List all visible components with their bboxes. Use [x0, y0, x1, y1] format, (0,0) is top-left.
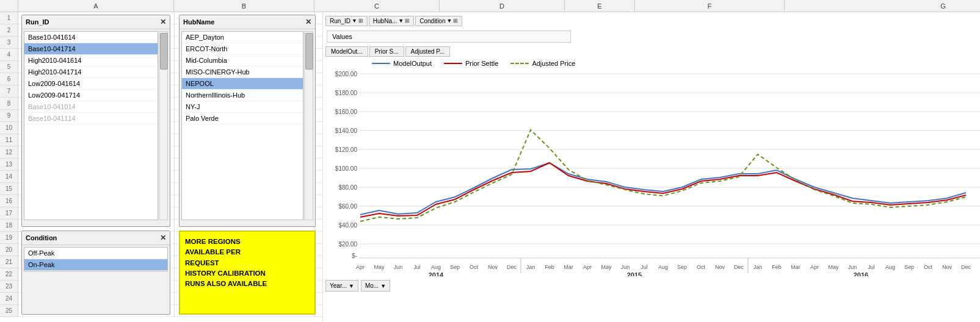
- svg-text:Jul: Jul: [868, 264, 875, 270]
- svg-text:Nov: Nov: [715, 264, 725, 270]
- run-id-panel-header: Run_ID ✕: [22, 15, 170, 29]
- col-header-D[interactable]: D: [440, 0, 565, 12]
- hubname-filter-btn[interactable]: HubNa... ▼ ⊞: [369, 16, 414, 26]
- svg-text:Aug: Aug: [431, 264, 441, 270]
- svg-text:2015: 2015: [627, 271, 642, 276]
- svg-text:Nov: Nov: [488, 264, 498, 270]
- run-id-item-7[interactable]: Base10-041114: [24, 113, 158, 124]
- row-num-9: 9: [0, 110, 18, 122]
- hubname-item-3[interactable]: MISO-CINERGY-Hub: [182, 66, 303, 78]
- condition-filter-btn[interactable]: Condition ▼ ⊞: [415, 16, 462, 26]
- hubname-close-icon[interactable]: ✕: [305, 18, 311, 26]
- hubname-list: AEP_Dayton ERCOT-North Mid-Columbia MISO…: [181, 31, 303, 220]
- svg-text:Jul: Jul: [641, 264, 648, 270]
- row-num-24: 24: [0, 293, 18, 305]
- svg-text:$180.00: $180.00: [335, 90, 358, 96]
- run-id-item-6[interactable]: Base10-041014: [24, 101, 158, 113]
- filter-row: Run_ID ▼ ⊞ HubNa... ▼ ⊞ Condition ▼ ⊞: [323, 12, 980, 29]
- main-area: 1 2 3 4 5 6 7 8 9 10 11 12 13 14 15 16 1…: [0, 12, 980, 322]
- run-id-scrollbar-thumb[interactable]: [160, 33, 168, 70]
- legend-prior-settle: Prior Settle: [444, 60, 498, 67]
- condition-item-0[interactable]: Off-Peak: [24, 248, 167, 259]
- hubname-item-2[interactable]: Mid-Columbia: [182, 55, 303, 66]
- svg-text:Mar: Mar: [791, 264, 800, 270]
- hubname-item-1[interactable]: ERCOT-North: [182, 43, 303, 55]
- run-id-scrollbar[interactable]: [159, 31, 168, 220]
- hubname-filter-label: HubNa...: [373, 18, 397, 24]
- condition-filter-label: Condition: [419, 18, 445, 24]
- column-headers: A B C D E F G H I J K: [0, 0, 980, 12]
- run-id-close-icon[interactable]: ✕: [160, 18, 166, 26]
- mo-dropdown-label: Mo...: [365, 282, 379, 289]
- cells-grid: Run_ID ✕ Base10-041614 Base10-041714 Hig…: [18, 12, 980, 322]
- hubname-item-5[interactable]: NorthernIllinois-Hub: [182, 90, 303, 101]
- year-dropdown[interactable]: Year... ▼: [325, 280, 358, 292]
- run-id-item-5[interactable]: Low2009-041714: [24, 90, 158, 101]
- mo-dropdown-icon: ▼: [380, 283, 386, 289]
- year-dropdown-label: Year...: [330, 282, 347, 289]
- svg-text:Apr: Apr: [356, 264, 365, 270]
- adjusted-p-filter-btn[interactable]: Adjusted P...: [405, 46, 450, 57]
- col-header-A[interactable]: A: [18, 0, 174, 12]
- row-num-21: 21: [0, 256, 18, 268]
- svg-text:Dec: Dec: [507, 264, 517, 270]
- run-id-list: Base10-041614 Base10-041714 High2010-041…: [24, 31, 158, 220]
- run-id-item-3[interactable]: High2010-041714: [24, 66, 158, 78]
- prior-settle-line: [360, 163, 966, 217]
- mo-dropdown[interactable]: Mo... ▼: [361, 280, 390, 292]
- col-header-C[interactable]: C: [314, 0, 440, 12]
- model-output-line-icon: [372, 63, 390, 64]
- col-header-E[interactable]: E: [565, 0, 635, 12]
- svg-text:Feb: Feb: [772, 264, 782, 270]
- yellow-note-line2: AVAILABLE PER: [185, 247, 310, 257]
- hubname-filter-icon: ▼: [398, 18, 404, 24]
- year-dropdown-icon: ▼: [349, 283, 354, 289]
- chart-svg: $200.00 $180.00 $160.00 $140.00 $120.00 …: [325, 69, 980, 276]
- row-num-8: 8: [0, 98, 18, 110]
- legend-prior-settle-label: Prior Settle: [465, 60, 498, 67]
- col-header-G[interactable]: G: [785, 0, 980, 12]
- row-num-2: 2: [0, 24, 18, 37]
- svg-text:Jun: Jun: [394, 264, 403, 270]
- hubname-scrollbar-thumb[interactable]: [305, 33, 313, 70]
- hubname-item-4[interactable]: NEPOOL: [182, 78, 303, 90]
- run-id-title: Run_ID: [26, 18, 49, 26]
- condition-filter-icon: ▼: [446, 18, 452, 24]
- row-num-20: 20: [0, 244, 18, 256]
- prior-s-filter-btn[interactable]: Prior S...: [369, 46, 404, 57]
- svg-text:Jun: Jun: [848, 264, 857, 270]
- col-header-B[interactable]: B: [174, 0, 314, 12]
- svg-text:Apr: Apr: [810, 264, 819, 270]
- hubname-item-7[interactable]: Palo Verde: [182, 113, 303, 124]
- hubname-item-0[interactable]: AEP_Dayton: [182, 32, 303, 43]
- svg-text:2014: 2014: [429, 271, 444, 276]
- run-id-item-1[interactable]: Base10-041714: [24, 43, 158, 55]
- row-num-13: 13: [0, 159, 18, 171]
- row-num-18: 18: [0, 220, 18, 232]
- run-id-filter-btn[interactable]: Run_ID ▼ ⊞: [325, 16, 368, 26]
- run-id-item-4[interactable]: Low2009-041614: [24, 78, 158, 90]
- hubname-panel: HubName ✕ AEP_Dayton ERCOT-North Mid-Col…: [179, 15, 316, 227]
- condition-item-1[interactable]: On-Peak: [24, 259, 167, 271]
- svg-text:$200.00: $200.00: [335, 71, 358, 77]
- model-out-filter-btn[interactable]: ModelOut...: [325, 46, 368, 57]
- col-header-F[interactable]: F: [635, 0, 785, 12]
- condition-list: Off-Peak On-Peak: [24, 247, 168, 271]
- svg-text:$140.00: $140.00: [335, 127, 358, 134]
- legend-adjusted-price: Adjusted Price: [510, 60, 575, 67]
- svg-text:Aug: Aug: [885, 264, 895, 270]
- run-id-item-0[interactable]: Base10-041614: [24, 32, 158, 43]
- legend-model-output-label: ModelOutput: [393, 60, 432, 67]
- values-box: Values: [327, 30, 571, 43]
- condition-close-icon[interactable]: ✕: [160, 234, 166, 242]
- svg-text:Jan: Jan: [753, 264, 763, 270]
- run-id-item-2[interactable]: High2010-041614: [24, 55, 158, 66]
- run-id-filter-icon: ▼: [352, 18, 357, 24]
- hubname-scrollbar[interactable]: [304, 31, 313, 220]
- hubname-item-6[interactable]: NY-J: [182, 101, 303, 113]
- condition-panel-header: Condition ✕: [22, 231, 170, 245]
- condition-title: Condition: [26, 234, 57, 242]
- svg-text:Nov: Nov: [942, 264, 953, 270]
- svg-text:Jun: Jun: [621, 264, 630, 270]
- row-num-23: 23: [0, 281, 18, 293]
